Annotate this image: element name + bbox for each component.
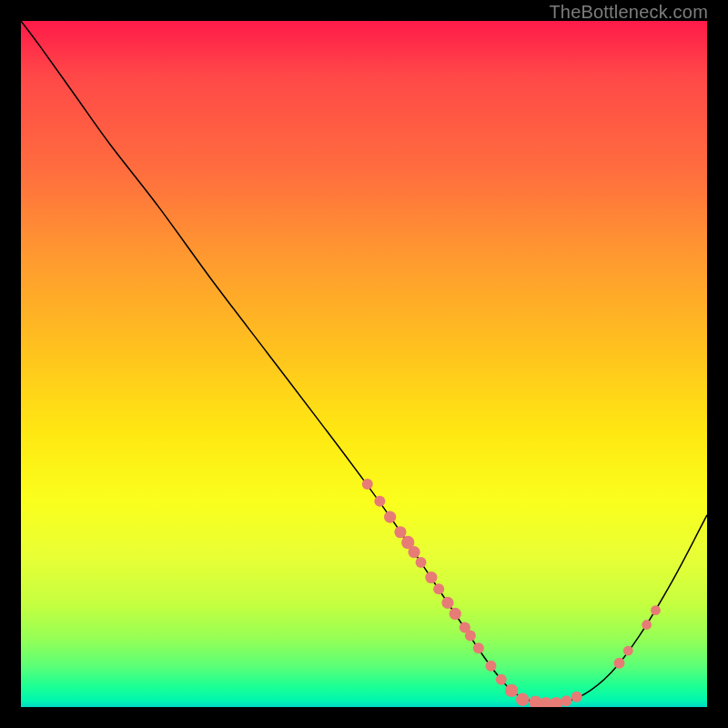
- data-marker: [516, 693, 529, 706]
- chart-svg: [21, 21, 707, 707]
- data-marker: [416, 557, 427, 568]
- curve-layer: [21, 21, 707, 704]
- data-marker: [362, 479, 373, 490]
- markers-layer: [362, 479, 661, 707]
- data-marker: [623, 646, 633, 656]
- plot-area: [21, 21, 707, 707]
- data-marker: [550, 697, 562, 707]
- chart-container: TheBottleneck.com: [0, 0, 728, 728]
- bottleneck-curve-path: [21, 21, 707, 704]
- data-marker: [571, 692, 582, 703]
- data-marker: [651, 605, 661, 615]
- data-marker: [613, 658, 624, 669]
- data-marker: [394, 526, 406, 538]
- data-marker: [408, 546, 420, 558]
- data-marker: [485, 661, 496, 672]
- data-marker: [384, 511, 396, 523]
- data-marker: [505, 684, 518, 697]
- data-marker: [450, 608, 461, 620]
- data-marker: [561, 695, 571, 706]
- data-marker: [465, 631, 476, 642]
- data-marker: [433, 583, 444, 594]
- data-marker: [496, 674, 507, 685]
- watermark-text: TheBottleneck.com: [549, 2, 708, 23]
- data-marker: [374, 496, 385, 507]
- data-marker: [425, 571, 437, 583]
- data-marker: [441, 597, 453, 609]
- data-marker: [642, 620, 652, 630]
- data-marker: [473, 642, 484, 653]
